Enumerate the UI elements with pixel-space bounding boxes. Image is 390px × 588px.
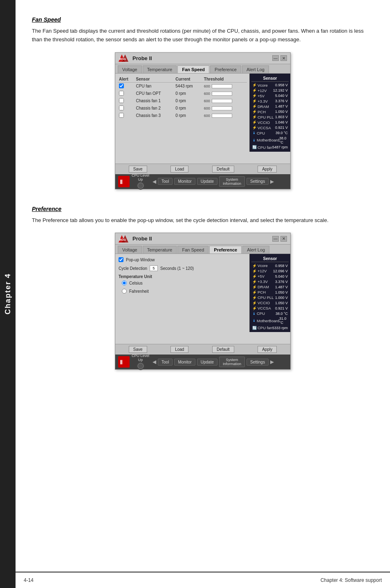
taskbar-1: Ⅱ CPU Level Up ◀ Tool Monitor Update Sys… (115, 174, 290, 189)
cycle-detection-unit: Seconds (1 ~ 120) (160, 266, 194, 271)
fan-table: Alert Sensor Current Threshold CPU fan 5… (118, 76, 247, 119)
taskbar-tool-1[interactable]: Tool (158, 178, 173, 185)
window2-body: Pop-up Window Cycle Detection Seconds (1… (115, 254, 290, 344)
sensor-item: ⚡VCCSA0.921 V (251, 305, 289, 311)
taskbar-settings-2[interactable]: Settings (247, 359, 269, 366)
svg-point-5 (138, 183, 143, 189)
popup-window-setting: Pop-up Window (119, 257, 246, 262)
fan-sensor-1: CPU fan (135, 82, 175, 90)
fan-current-5: 0 rpm (174, 112, 203, 119)
save-button-2[interactable]: Save (129, 346, 147, 353)
tab-preference[interactable]: Preference (210, 65, 241, 73)
minimize-button-2[interactable]: — (272, 236, 279, 242)
tab2-temperature[interactable]: Temperature (143, 246, 177, 254)
window2: ROG Probe II — ✕ Voltage Temperature Fan… (115, 233, 291, 370)
taskbar-arrow-right-1[interactable]: ▶ (270, 179, 274, 184)
taskbar-settings-1[interactable]: Settings (247, 178, 269, 185)
sensor-item: ⚡+12V12.096 V (251, 268, 289, 274)
tab2-voltage[interactable]: Voltage (118, 246, 142, 254)
footer-chapter-text: Chapter 4: Software support (321, 577, 382, 583)
fan-alert-checkbox-1[interactable] (119, 83, 124, 88)
fan-speed-panel: Alert Sensor Current Threshold CPU fan 5… (115, 74, 249, 164)
fan-threshold-5: 600 (203, 112, 247, 119)
taskbar-arrow-left-1[interactable]: ◀ (152, 179, 156, 184)
fahrenheit-radio[interactable] (122, 289, 127, 294)
col-current: Current (174, 76, 203, 83)
tab-fan-speed[interactable]: Fan Speed (177, 65, 209, 73)
col-alert: Alert (118, 76, 135, 83)
svg-text:Ⅱ: Ⅱ (120, 179, 123, 185)
window2-logo: ROG (119, 235, 130, 243)
cycle-detection-label: Cycle Detection (119, 266, 147, 271)
cycle-detection-input[interactable] (150, 265, 158, 271)
tab2-alert-log[interactable]: Alert Log (242, 246, 269, 254)
taskbar-2: Ⅱ CPU Level Up ◀ Tool Monitor Update Sys… (115, 355, 290, 369)
popup-window-label: Pop-up Window (126, 258, 155, 262)
fan-alert-checkbox-3[interactable] (119, 98, 124, 103)
temp-unit-label: Temperature Unit (119, 274, 246, 279)
svg-point-11 (138, 363, 143, 369)
tab-alert-log[interactable]: Alert Log (242, 65, 269, 73)
default-button-1[interactable]: Default (212, 166, 234, 173)
taskbar-monitor-2[interactable]: Monitor (174, 359, 195, 366)
window1-controls: — ✕ (272, 55, 287, 61)
taskbar-update-1[interactable]: Update (197, 178, 217, 185)
table-row: CPU fan OPT 0 rpm 600 (118, 90, 247, 97)
sensor-item: 🌡MotherBoard31.0 °C (251, 316, 289, 325)
sensor-item: ⚡+3.3V3.376 V (251, 279, 289, 284)
fahrenheit-label: Fahrenheit (129, 289, 149, 294)
section-fan-speed: Fan Speed The Fan Speed tab displays the… (32, 16, 374, 44)
section2-title: Preference (32, 206, 374, 212)
page-footer: 4-14 Chapter 4: Software support (16, 572, 390, 588)
taskbar-tool-2[interactable]: Tool (158, 359, 173, 366)
default-button-2[interactable]: Default (212, 346, 234, 353)
cpu-level-label-2: CPU Level (132, 354, 149, 358)
tab-temperature[interactable]: Temperature (143, 65, 177, 73)
sensor-item: 🌡CPU39.0 °C (251, 130, 289, 136)
load-button-1[interactable]: Load (170, 166, 188, 173)
sensor-item: ⚡+12V12.192 V (251, 88, 289, 93)
chapter-sidebar: Chapter 4 (0, 0, 16, 588)
tab-voltage[interactable]: Voltage (118, 65, 142, 73)
table-row: Chassis fan 1 0 rpm 600 (118, 97, 247, 105)
fan-sensor-3: Chassis fan 1 (135, 97, 175, 105)
taskbar-monitor-1[interactable]: Monitor (174, 178, 195, 185)
taskbar-sysinfo-2[interactable]: SystemInformation (219, 357, 245, 367)
taskbar-update-2[interactable]: Update (197, 359, 217, 366)
window1: ROG Probe II — ✕ Voltage Temperature Fan… (115, 52, 291, 189)
minimize-button[interactable]: — (272, 55, 279, 61)
taskbar-arrow-right-2[interactable]: ▶ (270, 359, 274, 365)
celsius-option: Celsius (122, 281, 246, 285)
fan-alert-checkbox-4[interactable] (119, 105, 124, 110)
save-button-1[interactable]: Save (129, 166, 147, 173)
load-button-2[interactable]: Load (170, 346, 188, 353)
fan-threshold-1: 600 (203, 82, 247, 90)
taskbar-arrow-left-2[interactable]: ◀ (152, 359, 156, 365)
window1-titlebar: ROG Probe II — ✕ (115, 53, 290, 64)
apply-button-1[interactable]: Apply (258, 166, 277, 173)
popup-window-checkbox[interactable] (119, 257, 123, 262)
taskbar-sysinfo-1[interactable]: SystemInformation (219, 176, 245, 187)
fan-sensor-5: Chassis fan 3 (135, 112, 175, 119)
fan-alert-checkbox-2[interactable] (119, 91, 124, 96)
sensor-item: ⚡CPU PLL1.803 V (251, 114, 289, 120)
celsius-radio[interactable] (122, 281, 127, 285)
fan-sensor-4: Chassis fan 2 (135, 105, 175, 112)
fahrenheit-option: Fahrenheit (122, 289, 246, 294)
sensor-item: ⚡CPU PLL1.000 V (251, 295, 289, 300)
sensor-item: ⚡PCH1.050 V (251, 109, 289, 114)
sensor-item: ⚡DRAM1.487 V (251, 104, 289, 109)
close-button[interactable]: ✕ (280, 55, 287, 61)
fan-current-2: 0 rpm (174, 90, 203, 97)
svg-text:ROG: ROG (119, 238, 126, 241)
fan-threshold-3: 600 (203, 97, 247, 105)
apply-button-2[interactable]: Apply (258, 346, 277, 353)
tab2-fan-speed[interactable]: Fan Speed (177, 246, 208, 254)
tab2-preference[interactable]: Preference (209, 246, 242, 254)
sensor-item: ⚡+5V5.040 V (251, 93, 289, 99)
sensor-item: 🔄CPU fan5333 rpm (251, 325, 289, 330)
col-threshold: Threshold (203, 76, 247, 83)
table-row: Chassis fan 2 0 rpm 600 (118, 105, 247, 112)
close-button-2[interactable]: ✕ (280, 236, 287, 242)
fan-alert-checkbox-5[interactable] (119, 113, 124, 118)
